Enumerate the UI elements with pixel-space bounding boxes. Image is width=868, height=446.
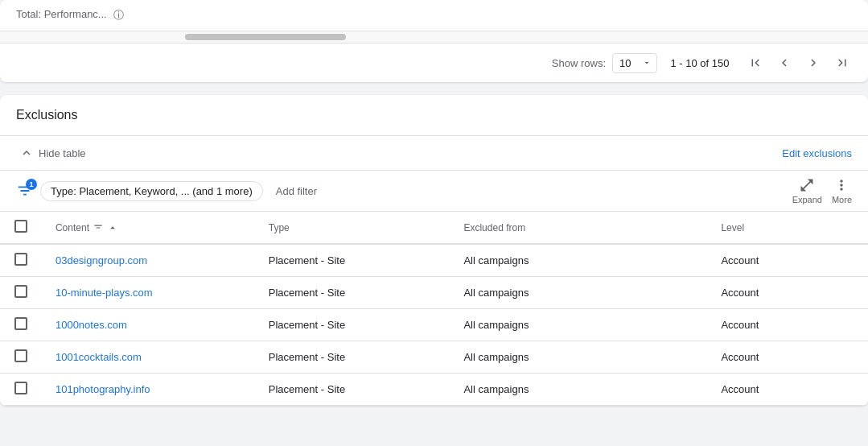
row-level-0: Account [708,244,868,277]
row-type-1: Placement - Site [256,277,451,309]
column-header-excluded-from: Excluded from [450,212,708,244]
table-row: 101photography.info Placement - Site All… [0,374,868,406]
horizontal-scrollbar[interactable] [0,31,868,43]
row-checkbox-cell-0[interactable] [0,244,43,277]
row-content-2[interactable]: 1000notes.com [43,309,256,341]
row-checkbox-cell-1[interactable] [0,277,43,309]
row-content-4[interactable]: 101photography.info [43,374,256,406]
column-header-level: Level [708,212,868,244]
column-header-content[interactable]: Content [43,212,256,244]
pagination-bar: Show rows: 10 25 50 100 1 - 10 of 150 [0,43,868,82]
row-excluded-from-0: All campaigns [450,244,708,277]
pagination-info: 1 - 10 of 150 [664,57,736,69]
row-checkbox-0[interactable] [14,253,27,266]
row-excluded-from-3: All campaigns [450,341,708,374]
row-checkbox-cell-2[interactable] [0,309,43,341]
add-filter-button[interactable]: Add filter [269,182,323,200]
column-header-type: Type [256,212,451,244]
total-label: Total: Performanc... [16,8,107,23]
column-label-type: Type [269,222,290,233]
row-excluded-from-1: All campaigns [450,277,708,309]
table-header-row: Content Type Excluded fro [0,212,868,244]
exclusions-title: Exclusions [0,95,868,135]
more-label: More [832,195,852,204]
table-row: 03designgroup.com Placement - Site All c… [0,244,868,277]
top-card: Total: Performanc... ⓘ Show rows: 10 25 … [0,0,868,82]
exclusions-table: Content Type Excluded fro [0,212,868,406]
row-checkbox-cell-3[interactable] [0,341,43,374]
filter-icon-container: 1 [16,182,34,200]
scrollbar-thumb[interactable] [185,34,346,40]
table-row: 1001cocktails.com Placement - Site All c… [0,341,868,374]
row-checkbox-2[interactable] [14,317,27,330]
row-checkbox-4[interactable] [14,382,27,394]
row-type-2: Placement - Site [256,309,451,341]
show-rows-label: Show rows: [552,57,606,69]
help-icon[interactable]: ⓘ [113,8,124,23]
row-type-4: Placement - Site [256,374,451,406]
expand-icon [799,177,815,193]
edit-exclusions-button[interactable]: Edit exclusions [782,147,852,159]
next-page-button[interactable] [800,50,826,76]
table-row: 10-minute-plays.com Placement - Site All… [0,277,868,309]
row-excluded-from-2: All campaigns [450,309,708,341]
column-label-excluded-from: Excluded from [463,222,525,233]
row-content-3[interactable]: 1001cocktails.com [43,341,256,374]
select-all-checkbox[interactable] [14,220,27,233]
filter-actions: Expand More [792,177,852,204]
sort-icon [93,222,104,233]
exclusions-card: Exclusions Hide table Edit exclusions 1 … [0,95,868,406]
more-icon [833,177,849,193]
table-body: 03designgroup.com Placement - Site All c… [0,244,868,406]
row-type-3: Placement - Site [256,341,451,374]
row-level-4: Account [708,374,868,406]
row-level-2: Account [708,309,868,341]
hide-table-label: Hide table [39,147,86,159]
expand-button[interactable]: Expand [792,177,822,204]
row-content-0[interactable]: 03designgroup.com [43,244,256,277]
exclusions-controls: Hide table Edit exclusions [0,135,868,171]
pagination-buttons [743,50,855,76]
rows-per-page-select[interactable]: 10 25 50 100 [612,53,657,73]
row-content-1[interactable]: 10-minute-plays.com [43,277,256,309]
column-label-content: Content [56,222,89,233]
column-label-level: Level [721,222,744,233]
first-page-button[interactable] [743,50,768,76]
row-checkbox-1[interactable] [14,285,27,298]
more-button[interactable]: More [832,177,852,204]
filter-bar: 1 Type: Placement, Keyword, ... (and 1 m… [0,171,868,212]
row-level-3: Account [708,341,868,374]
filter-badge: 1 [26,179,37,190]
row-checkbox-3[interactable] [14,349,27,362]
row-level-1: Account [708,277,868,309]
filter-chip[interactable]: Type: Placement, Keyword, ... (and 1 mor… [40,181,263,201]
hide-table-button[interactable]: Hide table [16,142,89,163]
row-excluded-from-4: All campaigns [450,374,708,406]
sort-asc-icon [107,222,118,233]
prev-page-button[interactable] [771,50,797,76]
row-type-0: Placement - Site [256,244,451,277]
last-page-button[interactable] [829,50,855,76]
expand-label: Expand [792,195,822,204]
table-row: 1000notes.com Placement - Site All campa… [0,309,868,341]
row-checkbox-cell-4[interactable] [0,374,43,406]
select-all-header[interactable] [0,212,43,244]
